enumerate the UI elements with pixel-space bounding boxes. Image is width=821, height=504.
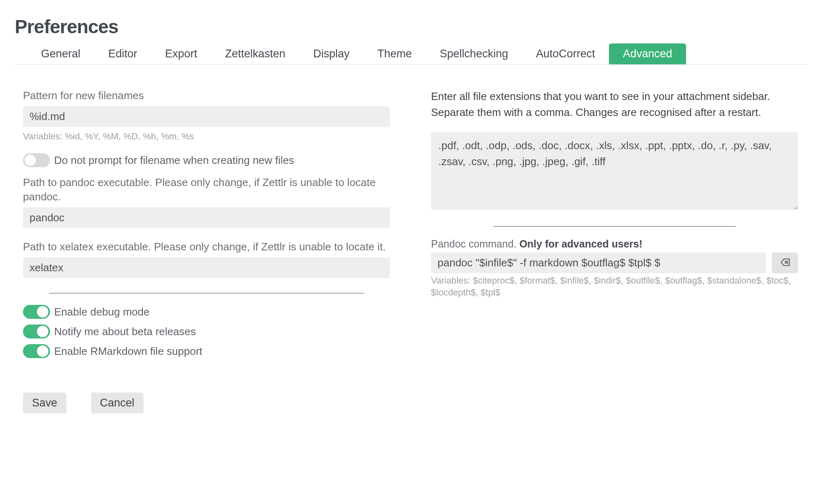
xelatex-path-input[interactable] — [23, 257, 390, 278]
pattern-hint: Variables: %id, %Y, %M, %D, %h, %m, %s — [23, 131, 390, 142]
save-button[interactable]: Save — [23, 393, 66, 413]
pattern-label: Pattern for new filenames — [23, 89, 390, 103]
tab-autocorrect[interactable]: AutoCorrect — [522, 43, 609, 64]
divider — [493, 226, 736, 227]
no-prompt-toggle[interactable] — [23, 153, 50, 167]
xelatex-path-label: Path to xelatex executable. Please only … — [23, 240, 390, 254]
pandoc-path-input[interactable] — [23, 207, 390, 228]
pandoc-command-label: Pandoc command. Only for advanced users! — [431, 238, 798, 250]
left-column: Pattern for new filenames Variables: %id… — [23, 89, 390, 364]
extensions-textarea[interactable] — [431, 132, 798, 210]
rmarkdown-label: Enable RMarkdown file support — [54, 345, 202, 358]
no-prompt-label: Do not prompt for filename when creating… — [54, 154, 294, 167]
tab-zettelkasten[interactable]: Zettelkasten — [211, 43, 299, 64]
tab-theme[interactable]: Theme — [363, 43, 426, 64]
no-prompt-toggle-row: Do not prompt for filename when creating… — [23, 153, 390, 167]
beta-label: Notify me about beta releases — [54, 325, 196, 338]
pandoc-path-label: Path to pandoc executable. Please only c… — [23, 175, 390, 204]
tab-export[interactable]: Export — [151, 43, 211, 64]
pandoc-command-hint: Variables: $citeproc$, $format$, $infile… — [431, 275, 798, 298]
tab-editor[interactable]: Editor — [94, 43, 151, 64]
extensions-description: Enter all file extensions that you want … — [431, 89, 798, 120]
erase-icon — [779, 257, 791, 269]
debug-toggle[interactable] — [23, 305, 50, 319]
beta-toggle[interactable] — [23, 325, 50, 338]
divider — [49, 293, 365, 293]
cancel-button[interactable]: Cancel — [91, 393, 144, 413]
right-column: Enter all file extensions that you want … — [431, 89, 798, 364]
reset-command-button[interactable] — [772, 252, 798, 273]
rmarkdown-toggle[interactable] — [23, 344, 50, 358]
pandoc-command-input[interactable] — [431, 252, 766, 273]
tab-bar: GeneralEditorExportZettelkastenDisplayTh… — [15, 43, 806, 65]
debug-label: Enable debug mode — [54, 306, 150, 318]
page-title: Preferences — [15, 16, 806, 38]
tab-spellchecking[interactable]: Spellchecking — [426, 43, 522, 64]
tab-advanced[interactable]: Advanced — [609, 43, 686, 64]
pattern-input[interactable] — [23, 106, 390, 127]
tab-general[interactable]: General — [27, 43, 94, 64]
tab-display[interactable]: Display — [299, 43, 364, 64]
